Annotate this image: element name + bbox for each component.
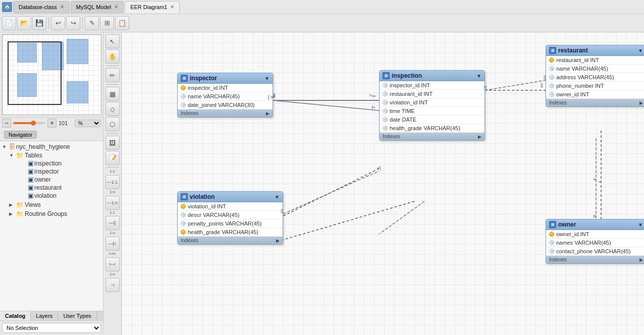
rel-1n-tool[interactable]: —1:n — [105, 196, 120, 210]
zoom-out-button[interactable]: − — [2, 119, 11, 128]
table-inspector[interactable]: ▦ inspector ▼ 🔑 inspector_id INT ◇ name … — [177, 73, 273, 118]
table-tool[interactable]: ▦ — [105, 87, 120, 101]
rel-1n-nn-tool[interactable]: —|< — [105, 237, 120, 251]
close-tab-database-class[interactable]: ✕ — [60, 4, 64, 10]
pk-icon: 🔑 — [181, 85, 186, 90]
tab-layers[interactable]: Layers — [31, 311, 58, 320]
restaurant-indexes-arrow[interactable]: ▶ — [639, 100, 643, 105]
inspector-table-icon: ▦ — [181, 75, 188, 82]
field-inspection-inspector-id: inspector_id INT — [390, 82, 430, 88]
rel-1n-id-tool[interactable]: ⊣ — [105, 278, 120, 292]
field-inspector-id: inspector_id INT — [188, 85, 228, 91]
tree-expand-tables[interactable]: ▼ — [9, 153, 15, 158]
inspection-indexes[interactable]: Indexes ▶ — [380, 133, 485, 140]
select-tool[interactable]: ↖ — [105, 34, 120, 48]
field-restaurant-phone: phone_number INT — [556, 83, 604, 89]
undo-button[interactable]: ↩ — [51, 16, 65, 30]
tools-sep-3 — [106, 133, 119, 134]
rel-nm-tool[interactable]: >-< — [105, 257, 120, 271]
inspector-expand[interactable]: ▼ — [264, 76, 270, 81]
svg-line-20 — [283, 171, 379, 214]
tab-user-types[interactable]: User Types — [58, 311, 96, 320]
field-inspection-date: date DATE — [390, 117, 416, 123]
violation-expand[interactable]: ▼ — [275, 194, 280, 200]
inspector-indexes[interactable]: Indexes ▶ — [178, 109, 273, 117]
eraser-tool[interactable]: ✏ — [105, 68, 120, 82]
diagram-canvas[interactable]: || > || + ⊢ ⊢⊣ ▦ inspector ▼ 🔑 — [122, 32, 644, 335]
close-tab-eer-diagram[interactable]: ✕ — [170, 4, 174, 10]
tree-expand-root[interactable]: ▼ — [2, 144, 8, 149]
inspection-field-restaurant-id: ◇ restaurant_id INT — [380, 90, 485, 98]
tree-root: ▼ 🗄 nyc_health_hygiene ▼ 📁 Tables ▦ — [0, 142, 103, 219]
owner-expand[interactable]: ▼ — [638, 222, 643, 228]
zoom-slider[interactable] — [13, 122, 45, 124]
owner-indexes[interactable]: Indexes ▶ — [546, 256, 644, 263]
rel-11-tool[interactable]: —1:1 — [105, 175, 120, 189]
tree-expand-routines[interactable]: ▶ — [9, 211, 15, 216]
violation-field-penalty: ◇ penalty_points VARCHAR(45) — [178, 219, 283, 228]
save-button[interactable]: 💾 — [32, 16, 46, 30]
image-tool[interactable]: 🖼 — [105, 136, 120, 150]
rel-11-nn-tool[interactable]: —|| — [105, 216, 120, 230]
inspector-indexes-arrow[interactable]: ▶ — [266, 111, 270, 116]
bottom-tabs: Catalog Layers User Types — [0, 311, 103, 320]
svg-line-11 — [273, 100, 379, 110]
violation-indexes-label: Indexes — [181, 238, 198, 243]
home-icon[interactable]: 🏠 — [2, 2, 12, 12]
fk-icon: ◇ — [549, 66, 554, 71]
table-restaurant[interactable]: ▦ restaurant ▼ 🔑 restaurant_id INT ◇ nam… — [546, 45, 644, 107]
close-tab-mysql-model[interactable]: ✕ — [114, 4, 118, 10]
tree-row-owner[interactable]: ▦ owner — [0, 176, 103, 184]
tree-row-inspection[interactable]: ▦ inspection — [0, 159, 103, 167]
restaurant-indexes[interactable]: Indexes ▶ — [546, 99, 644, 106]
redo-button[interactable]: ↪ — [66, 16, 80, 30]
tree-row-tables[interactable]: ▼ 📁 Tables — [0, 151, 103, 159]
tree-row-restaurant[interactable]: ▦ restaurant — [0, 184, 103, 192]
tree-row-violation[interactable]: ▦ violation — [0, 192, 103, 200]
table-owner[interactable]: ▦ owner ▼ 🔑 owner_id INT ◇ names VARCHAR… — [546, 219, 644, 264]
svg-line-3 — [267, 169, 379, 224]
tab-mysql-model[interactable]: MySQL Model ✕ — [71, 1, 124, 13]
grid-button[interactable]: ⊞ — [100, 16, 114, 30]
inspection-expand[interactable]: ▼ — [476, 73, 481, 79]
navigator-tab[interactable]: Navigator — [4, 131, 37, 139]
violation-indexes[interactable]: Indexes ▶ — [178, 237, 283, 244]
edit-button[interactable]: ✎ — [85, 16, 99, 30]
restaurant-field-id: 🔑 restaurant_id INT — [546, 56, 644, 65]
inspection-table-icon: ▦ — [383, 72, 390, 79]
view-tool[interactable]: ◇ — [105, 102, 120, 116]
owner-indexes-arrow[interactable]: ▶ — [639, 257, 643, 262]
tree-row-routines[interactable]: ▶ 📁 Routine Groups — [0, 210, 103, 218]
copy-button[interactable]: 📋 — [115, 16, 129, 30]
selection-dropdown[interactable]: No Selection — [2, 323, 101, 333]
zoom-in-button[interactable]: + — [47, 119, 57, 128]
note-tool[interactable]: 📝 — [105, 151, 120, 165]
pk-icon: 🔑 — [181, 204, 186, 209]
tree-row-root[interactable]: ▼ 🗄 nyc_health_hygiene — [0, 143, 103, 151]
preview-box-restaurant — [67, 39, 88, 65]
open-button[interactable]: 📂 — [17, 16, 31, 30]
zoom-dropdown[interactable]: % 50% 75% 100% 101% 125% 150% — [75, 120, 101, 127]
restaurant-expand[interactable]: ▼ — [638, 48, 643, 53]
new-button[interactable]: 📄 — [2, 16, 16, 30]
tab-catalog[interactable]: Catalog — [0, 311, 31, 320]
toolbar: 📄 📂 💾 ↩ ↪ ✎ ⊞ 📋 — [0, 14, 644, 32]
inspection-indexes-arrow[interactable]: ▶ — [478, 134, 481, 139]
tab-database-class[interactable]: Database-class ✕ — [13, 1, 70, 13]
owner-field-names: ◇ names VARCHAR(45) — [546, 239, 644, 247]
tab-eer-diagram[interactable]: EER Diagram1 ✕ — [125, 1, 180, 13]
svg-text:>: > — [369, 93, 371, 98]
tree-row-views[interactable]: ▶ 📁 Views — [0, 201, 103, 209]
zoom-handle[interactable] — [31, 121, 36, 126]
tree-expand-views[interactable]: ▶ — [9, 202, 15, 207]
field-inspection-time: time TIME — [390, 108, 415, 114]
inspector-table-icon: ▦ — [28, 169, 33, 175]
routine-tool[interactable]: ⬡ — [105, 117, 120, 131]
table-inspection[interactable]: ▦ inspection ▼ ◇ inspector_id INT ◇ rest… — [379, 70, 485, 141]
hand-tool[interactable]: ✋ — [105, 49, 120, 64]
tree-tables-label: Tables — [25, 152, 42, 159]
table-violation[interactable]: ▦ violation ▼ 🔑 violation_id INT ◇ descr… — [177, 191, 283, 245]
violation-indexes-arrow[interactable]: ▶ — [276, 238, 280, 243]
tree-row-inspector[interactable]: ▦ inspector — [0, 167, 103, 176]
inspection-header: ▦ inspection ▼ — [380, 71, 485, 81]
